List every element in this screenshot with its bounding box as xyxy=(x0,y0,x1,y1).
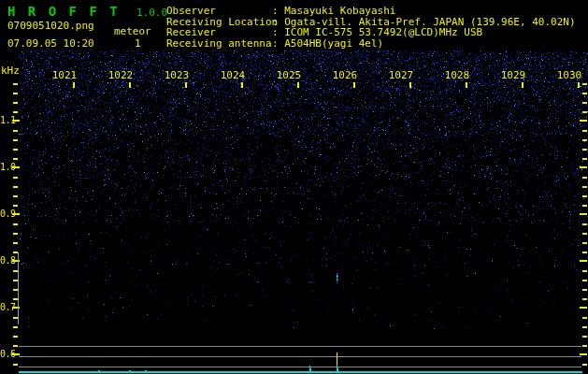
freq-minor-tick-right xyxy=(582,149,587,151)
time-tick-mark xyxy=(129,82,131,88)
freq-major-tick-left xyxy=(12,353,20,355)
time-tick-label: 1025 xyxy=(276,70,302,80)
time-tick-label: 1023 xyxy=(164,70,190,80)
app-title: H R O F F T xyxy=(7,5,120,18)
freq-minor-tick-left xyxy=(13,364,18,366)
freq-minor-tick-left xyxy=(13,223,18,225)
freq-minor-tick-right xyxy=(582,317,587,319)
level-bump xyxy=(98,370,100,371)
level-spike xyxy=(310,368,311,372)
freq-axis-unit-label: kHz xyxy=(1,65,20,76)
level-baseline xyxy=(19,371,582,373)
meteor-count: 1 xyxy=(135,38,141,49)
freq-minor-tick-left xyxy=(13,242,18,244)
freq-minor-tick-right xyxy=(582,298,587,300)
freq-minor-tick-right xyxy=(582,102,587,104)
info-value: : A504HB(yagi 4el) xyxy=(272,37,383,50)
freq-minor-tick-right xyxy=(582,93,587,94)
freq-minor-tick-left xyxy=(13,205,18,207)
freq-minor-tick-right xyxy=(582,130,587,132)
spectrogram-canvas xyxy=(0,0,588,374)
freq-major-tick-left xyxy=(12,166,20,168)
app-version: 1.0.0 xyxy=(136,7,167,18)
time-tick-label: 1028 xyxy=(444,70,470,80)
freq-minor-tick-right xyxy=(582,252,587,253)
freq-minor-tick-right xyxy=(582,336,587,338)
freq-major-tick-right xyxy=(580,260,587,262)
freq-major-tick-left xyxy=(12,120,20,122)
freq-minor-tick-left xyxy=(13,83,18,85)
meteor-marker-cyan xyxy=(337,368,338,373)
level-gridline xyxy=(19,346,581,347)
time-tick-mark xyxy=(578,82,580,88)
freq-major-tick-right xyxy=(580,307,587,309)
info-row: Receiver: ICOM IC-575 53.7492(@LCD)MHz U… xyxy=(166,26,576,37)
freq-minor-tick-left xyxy=(13,233,18,235)
freq-major-tick-right xyxy=(580,166,587,168)
level-scale-bar xyxy=(18,252,19,324)
level-gridline xyxy=(19,356,581,357)
freq-minor-tick-right xyxy=(582,205,587,207)
datetime-label: 07.09.05 10:20 xyxy=(7,38,94,49)
time-tick-label: 1024 xyxy=(220,70,246,80)
freq-major-tick-right xyxy=(580,120,587,122)
time-tick-label: 1027 xyxy=(388,70,414,80)
freq-minor-tick-left xyxy=(13,149,18,151)
freq-minor-tick-left xyxy=(13,158,18,160)
freq-major-tick-left xyxy=(12,213,20,215)
freq-minor-tick-right xyxy=(582,326,587,328)
freq-minor-tick-right xyxy=(582,177,587,179)
freq-minor-tick-right xyxy=(582,233,587,235)
output-filename: 0709051020.png xyxy=(7,21,94,31)
freq-minor-tick-right xyxy=(582,345,587,347)
time-tick-mark xyxy=(241,82,243,88)
freq-minor-tick-left xyxy=(13,345,18,347)
freq-minor-tick-left xyxy=(13,326,18,328)
time-tick-label: 1029 xyxy=(500,70,526,80)
freq-minor-tick-right xyxy=(582,186,587,188)
time-tick-mark xyxy=(409,82,411,88)
freq-minor-tick-left xyxy=(13,111,18,113)
freq-minor-tick-left xyxy=(13,130,18,132)
time-tick-mark xyxy=(466,82,467,88)
freq-minor-tick-right xyxy=(582,364,587,366)
freq-minor-tick-right xyxy=(582,223,587,225)
time-tick-mark xyxy=(185,82,187,88)
freq-minor-tick-right xyxy=(582,195,587,197)
freq-minor-tick-left xyxy=(13,186,18,188)
mode-label: meteor xyxy=(114,26,151,36)
info-row: Receiving antenna: A504HB(yagi 4el) xyxy=(166,37,576,49)
freq-minor-tick-left xyxy=(13,139,18,141)
time-tick-mark xyxy=(353,82,355,88)
freq-minor-tick-left xyxy=(13,195,18,197)
time-tick-label: 1026 xyxy=(332,70,358,80)
freq-minor-tick-left xyxy=(13,93,18,94)
time-tick-mark xyxy=(73,82,75,88)
time-tick-mark xyxy=(297,82,299,88)
freq-minor-tick-right xyxy=(582,280,587,281)
freq-major-tick-right xyxy=(580,213,587,215)
freq-minor-tick-right xyxy=(582,270,587,272)
freq-minor-tick-right xyxy=(582,139,587,141)
level-gridline xyxy=(19,367,581,367)
freq-minor-tick-left xyxy=(13,177,18,179)
freq-minor-tick-left xyxy=(13,336,18,338)
info-row: Receiving Location: Ogata-vill. Akita-Pr… xyxy=(166,16,576,27)
freq-major-tick-right xyxy=(580,353,587,355)
freq-minor-tick-right xyxy=(582,158,587,160)
time-tick-mark xyxy=(522,82,523,88)
freq-minor-tick-right xyxy=(582,289,587,291)
level-bump xyxy=(129,370,131,371)
time-tick-label: 1022 xyxy=(108,70,134,80)
time-tick-label: 1021 xyxy=(51,70,78,80)
time-tick-label: 1030 xyxy=(556,70,582,80)
freq-minor-tick-left xyxy=(13,102,18,104)
station-info-block: Observer: Masayuki KobayashiReceiving Lo… xyxy=(166,5,576,48)
level-bump xyxy=(145,370,147,371)
info-label: Receiving antenna xyxy=(166,37,272,50)
freq-minor-tick-right xyxy=(582,111,587,113)
freq-minor-tick-right xyxy=(582,83,587,85)
freq-minor-tick-right xyxy=(582,242,587,244)
info-row: Observer: Masayuki Kobayashi xyxy=(166,5,576,16)
